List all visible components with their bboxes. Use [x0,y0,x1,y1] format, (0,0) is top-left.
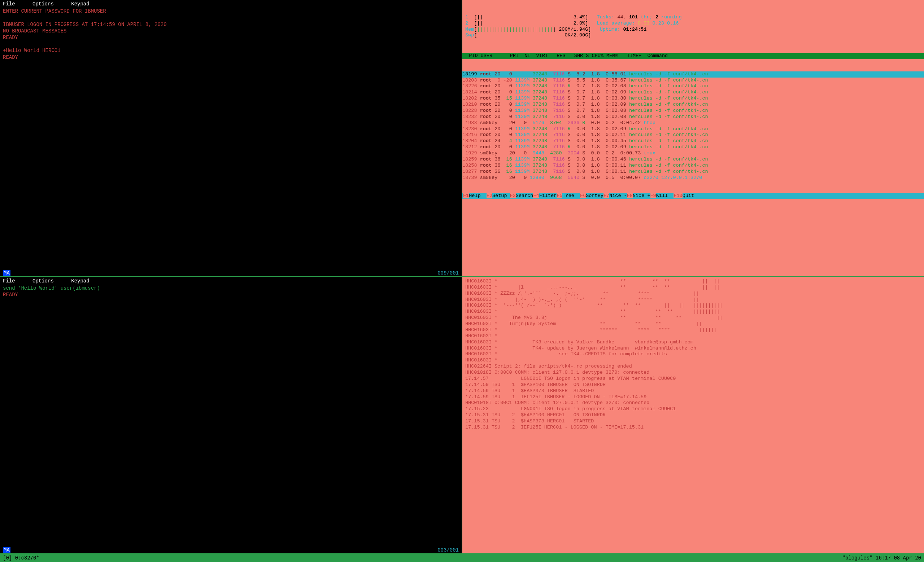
password-prompt: ENTER CURRENT PASSWORD FOR IBMUSER- [3,8,459,15]
status-line: MA_ 009/001 [0,270,462,276]
logon-progress: IBMUSER LOGON IN PROGRESS AT 17:14:59 ON… [3,21,459,28]
menu-file[interactable]: File [3,1,15,7]
ready-1: READY [3,34,459,41]
process-row[interactable]: 18214 root 20 0 1139M 37248 7116 S 0.7 1… [462,90,924,96]
process-row[interactable]: 18258 root 36 16 1139M 37248 7116 S 0.0 … [462,163,924,169]
process-row[interactable]: 18259 root 36 16 1139M 37248 7116 S 0.0 … [462,157,924,163]
menu-keypad[interactable]: Keypad [71,1,89,7]
process-row[interactable]: 18216 root 20 0 1139M 37248 7116 S 0.0 1… [462,132,924,138]
process-row[interactable]: 18204 root 24 4 1139M 37248 7116 S 0.0 1… [462,138,924,144]
ready-2: READY [3,54,459,61]
menu-keypad-2[interactable]: Keypad [71,278,89,284]
process-row[interactable]: 18202 root 35 15 1139M 37248 7116 S 0.7 … [462,96,924,102]
fkey-tree[interactable]: Tree [562,193,580,199]
tmux-status-bar: [0] 0:c3270* "blogules" 16:17 08-Apr-20 [0,554,924,562]
process-row[interactable]: 18226 root 20 0 1139M 37248 7116 R 0.7 1… [462,83,924,90]
process-row[interactable]: 18199 root 20 0 1139M 37248 7116 S 8.2 1… [462,72,924,78]
fkey-quit[interactable]: Quit [682,193,694,199]
cursor-position-2: 003/001 [438,547,459,553]
htop-fkeys[interactable]: F1Help F2Setup F3SearchF4FilterF5Tree F6… [462,193,924,199]
process-row[interactable]: 18212 root 20 0 1139M 37248 7116 R 0.0 1… [462,144,924,150]
terminal-herc01[interactable]: File Options Keypad send 'Hello World' u… [0,277,462,553]
status-cursor-mode: MA_ [3,270,14,276]
htop-column-header: PID USER PRI NI VIRT RES SHR S CPU% MEM%… [462,53,924,59]
send-command: send 'Hello World' user(ibmuser) [3,285,459,291]
fkey-setup[interactable]: Setup [492,193,510,199]
fkey-nice -[interactable]: Nice - [609,193,627,199]
process-row[interactable]: 18210 root 20 0 1139M 37248 7116 S 0.7 1… [462,102,924,108]
fkey-kill[interactable]: Kill [656,193,674,199]
htop-header: 1 [|| 3.4%] Tasks: 44, 101 thr; 2 runnin… [462,12,924,41]
htop-process-list[interactable]: 18199 root 20 0 1139M 37248 7116 S 8.2 1… [462,72,924,181]
fkey-filter[interactable]: Filter [539,193,557,199]
status-line-2: MA_ 003/001 [0,547,462,553]
fkey-sortby[interactable]: SortBy [586,193,603,199]
tmux-clock: "blogules" 16:17 08-Apr-20 [842,555,921,561]
fkey-search[interactable]: Search [516,193,534,199]
process-row[interactable]: 18739 sm0key 20 0 12980 9668 5640 S 0.0 … [462,175,924,181]
fkey-help[interactable]: Help [469,193,486,199]
status-cursor-mode-2: MA_ [3,547,14,553]
ready-3: READY [3,291,459,298]
process-row[interactable]: 18228 root 20 0 1139M 37248 7116 S 0.7 1… [462,108,924,114]
cursor-position: 009/001 [438,270,459,276]
process-row[interactable]: 18203 root 0 -20 1139M 37248 7116 S 5.5 … [462,78,924,84]
fkey-nice +[interactable]: Nice + [633,193,650,199]
process-row[interactable]: 18232 root 20 0 1139M 37248 7116 S 0.0 1… [462,114,924,120]
process-row[interactable]: 18277 root 36 16 1139M 37248 7116 S 0.0 … [462,169,924,175]
hello-world-msg: +Hello World HERC01 [3,47,459,54]
no-broadcast: NO BROADCAST MESSAGES [3,28,459,34]
menubar-2: File Options Keypad [0,277,462,285]
hercules-console[interactable]: HHC01603I * ** ** ** || || HHC01603I * |… [462,277,924,553]
menu-file-2[interactable]: File [3,278,15,284]
menu-options-2[interactable]: Options [33,278,54,284]
process-row[interactable]: 18230 root 20 0 1139M 37248 7116 R 0.0 1… [462,126,924,132]
process-row[interactable]: 1929 sm0key 20 0 9448 4280 3004 S 0.0 0.… [462,150,924,157]
terminal-ibmuser[interactable]: File Options Keypad ENTER CURRENT PASSWO… [0,0,462,276]
menu-options[interactable]: Options [33,1,54,7]
process-row[interactable]: 1983 sm0key 20 0 5176 3704 2936 R 0.0 0.… [462,120,924,126]
tmux-window-list[interactable]: [0] 0:c3270* [3,555,39,561]
console-output: HHC01603I * ** ** ** || || HHC01603I * |… [462,277,924,432]
htop-pane[interactable]: 1 [|| 3.4%] Tasks: 44, 101 thr; 2 runnin… [462,0,924,276]
menubar: File Options Keypad [0,0,462,8]
